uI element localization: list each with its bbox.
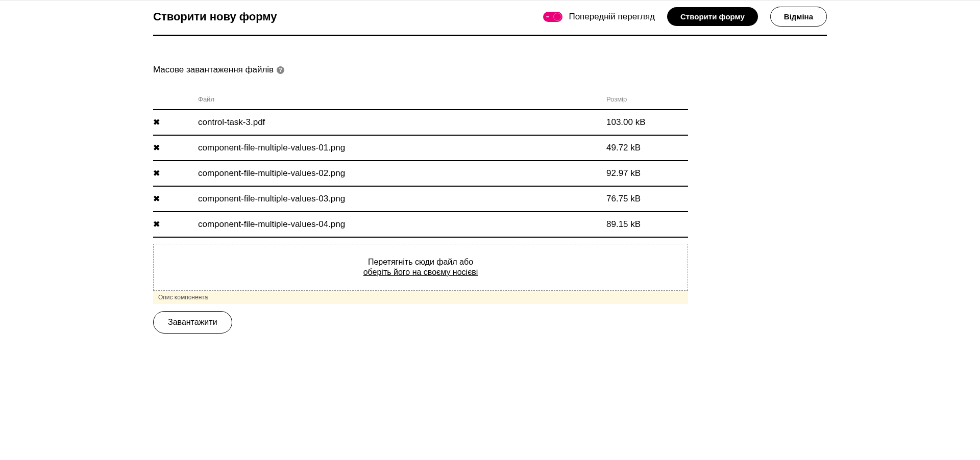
section-title: Масове завантаження файлів — [153, 65, 274, 75]
col-file-header: Файл — [198, 90, 606, 110]
file-name: component-file-multiple-values-04.png — [198, 212, 606, 237]
dropzone-text: Перетягніть сюди файл або — [368, 258, 473, 266]
file-size: 103.00 kB — [606, 110, 688, 135]
file-size: 92.97 kB — [606, 161, 688, 186]
component-description: Опис компонента — [153, 291, 688, 304]
table-row: ✖ component-file-multiple-values-01.png … — [153, 135, 688, 161]
table-row: ✖ control-task-3.pdf 103.00 kB — [153, 110, 688, 135]
delete-file-icon[interactable]: ✖ — [153, 194, 160, 203]
preview-label: Попередній перегляд — [569, 12, 655, 22]
col-delete-header — [153, 90, 198, 110]
preview-toggle-wrapper: Попередній перегляд — [543, 12, 655, 22]
delete-file-icon[interactable]: ✖ — [153, 169, 160, 177]
browse-file-link[interactable]: оберіть його на своєму носієві — [154, 268, 688, 277]
file-name: component-file-multiple-values-03.png — [198, 186, 606, 212]
cancel-button[interactable]: Відміна — [770, 7, 827, 27]
file-size: 49.72 kB — [606, 135, 688, 161]
preview-toggle[interactable] — [543, 12, 562, 22]
file-table: Файл Розмір ✖ control-task-3.pdf 103.00 … — [153, 90, 688, 238]
file-name: control-task-3.pdf — [198, 110, 606, 135]
page-title: Створити нову форму — [153, 10, 277, 23]
header-actions: Попередній перегляд Створити форму Відмі… — [543, 7, 827, 27]
section-title-row: Масове завантаження файлів ? — [153, 65, 827, 75]
create-form-button[interactable]: Створити форму — [667, 7, 758, 26]
content: Масове завантаження файлів ? Файл Розмір — [153, 36, 827, 334]
file-size: 89.15 kB — [606, 212, 688, 237]
upload-button[interactable]: Завантажити — [153, 311, 232, 334]
delete-file-icon[interactable]: ✖ — [153, 143, 160, 152]
table-row: ✖ component-file-multiple-values-04.png … — [153, 212, 688, 237]
col-size-header: Розмір — [606, 90, 688, 110]
file-name: component-file-multiple-values-02.png — [198, 161, 606, 186]
help-icon[interactable]: ? — [277, 66, 284, 74]
toggle-knob-icon — [553, 13, 561, 21]
delete-file-icon[interactable]: ✖ — [153, 220, 160, 228]
file-dropzone[interactable]: Перетягніть сюди файл або оберіть його н… — [153, 244, 688, 291]
delete-file-icon[interactable]: ✖ — [153, 118, 160, 126]
header: Створити нову форму Попередній перегляд … — [153, 1, 827, 36]
table-row: ✖ component-file-multiple-values-02.png … — [153, 161, 688, 186]
file-name: component-file-multiple-values-01.png — [198, 135, 606, 161]
file-size: 76.75 kB — [606, 186, 688, 212]
table-row: ✖ component-file-multiple-values-03.png … — [153, 186, 688, 212]
file-area: Файл Розмір ✖ control-task-3.pdf 103.00 … — [153, 90, 688, 334]
